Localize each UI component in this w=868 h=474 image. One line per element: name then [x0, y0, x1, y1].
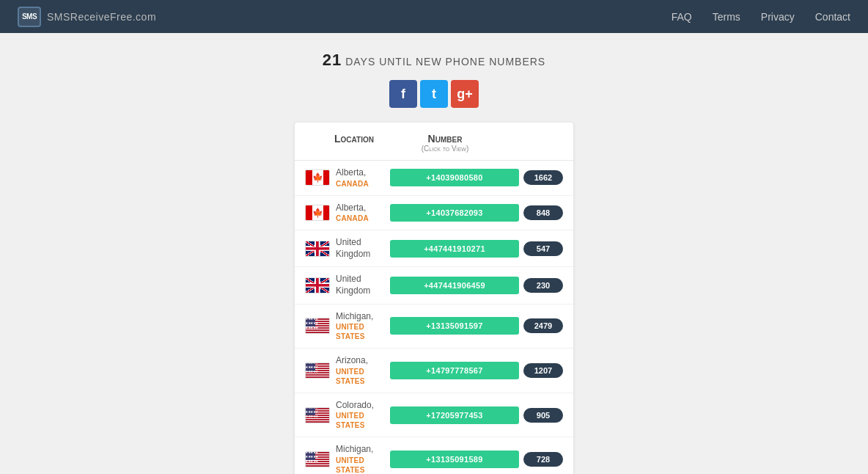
country-label: UNITED STATES: [336, 411, 386, 430]
table-row: ★★★★★★★★★★★★★★★★★★ Arizona, UNITED STATE…: [295, 349, 573, 393]
table-header: Location Number (Click to View): [295, 123, 573, 161]
message-count-badge: 1207: [523, 363, 563, 378]
logo-text: SMSReceiveFree.com: [47, 9, 156, 24]
google-button[interactable]: g+: [451, 80, 479, 108]
nav-contact[interactable]: Contact: [815, 11, 850, 23]
country-label: CANADA: [336, 179, 369, 189]
flag-canada: 🍁: [305, 205, 330, 221]
site-header: SMS SMSReceiveFree.com FAQ Terms Privacy…: [0, 0, 868, 33]
table-row: ★★★★★★★★★★★★★★★★★★ Michigan, UNITED STAT…: [295, 437, 573, 474]
countdown-days: 21: [323, 51, 342, 69]
nav-terms[interactable]: Terms: [713, 11, 740, 23]
table-row: ★★★★★★★★★★★★★★★★★★ Michigan, UNITED STAT…: [295, 305, 573, 349]
table-row: 🍁 Alberta, CANADA +14039080580 1662: [295, 161, 573, 196]
location-name: Alberta, CANADA: [336, 203, 369, 224]
message-count-badge: 547: [523, 241, 563, 256]
phone-number-button[interactable]: +13135091589: [390, 451, 519, 468]
social-buttons: f t g+: [389, 80, 479, 108]
phone-number-button[interactable]: +14797778567: [390, 362, 519, 379]
country-label: CANADA: [336, 214, 369, 223]
phone-number-button[interactable]: +447441906459: [390, 277, 519, 294]
table-row: United Kingdom +447441910271 547: [295, 230, 573, 267]
location-name: Michigan, UNITED STATES: [336, 444, 386, 474]
countdown-label: DAYS UNTIL NEW PHONE NUMBERS: [345, 56, 545, 68]
country-label: UNITED STATES: [336, 322, 386, 341]
location-name: United Kingdom: [336, 274, 386, 296]
location-cell: United Kingdom: [305, 274, 386, 296]
location-cell: ★★★★★★★★★★★★★★★★★★ Michigan, UNITED STAT…: [305, 444, 386, 474]
phone-number-button[interactable]: +13135091597: [390, 317, 519, 335]
flag-us: ★★★★★★★★★★★★★★★★★★: [305, 451, 330, 467]
location-name: Arizona, UNITED STATES: [336, 355, 386, 386]
location-name: Alberta, CANADA: [336, 167, 369, 189]
message-count-badge: 230: [523, 278, 563, 293]
logo: SMS SMSReceiveFree.com: [18, 7, 156, 27]
numbers-table: Location Number (Click to View) 🍁 Albert…: [295, 123, 573, 474]
click-to-view-label: (Click to View): [394, 145, 496, 153]
country-label: UNITED STATES: [336, 367, 386, 386]
col-header-number: Number (Click to View): [394, 133, 496, 153]
table-row: 🍁 Alberta, CANADA +14037682093 848: [295, 196, 573, 231]
location-name: United Kingdom: [336, 237, 386, 260]
phone-number-button[interactable]: +17205977453: [390, 406, 519, 424]
flag-uk: [305, 241, 330, 257]
country-label: UNITED STATES: [336, 456, 386, 474]
location-cell: United Kingdom: [305, 237, 386, 260]
table-row: ★★★★★★★★★★★★★★★★★★ Colorado, UNITED STAT…: [295, 393, 573, 438]
flag-us: ★★★★★★★★★★★★★★★★★★: [305, 362, 330, 379]
main-content: 21 DAYS UNTIL NEW PHONE NUMBERS f t g+ L…: [0, 33, 868, 474]
countdown-bar: 21 DAYS UNTIL NEW PHONE NUMBERS: [323, 51, 545, 70]
logo-icon: SMS: [18, 7, 41, 27]
main-nav: FAQ Terms Privacy Contact: [672, 11, 850, 23]
message-count-badge: 848: [523, 205, 563, 220]
col-header-location: Location: [308, 133, 389, 153]
message-count-badge: 2479: [523, 318, 563, 333]
message-count-badge: 1662: [523, 170, 563, 185]
location-cell: ★★★★★★★★★★★★★★★★★★ Colorado, UNITED STAT…: [305, 400, 386, 431]
table-rows: 🍁 Alberta, CANADA +14039080580 1662 🍁 Al…: [295, 161, 573, 474]
location-cell: ★★★★★★★★★★★★★★★★★★ Michigan, UNITED STAT…: [305, 311, 386, 342]
location-cell: ★★★★★★★★★★★★★★★★★★ Arizona, UNITED STATE…: [305, 355, 386, 386]
nav-privacy[interactable]: Privacy: [761, 11, 795, 23]
message-count-badge: 905: [523, 408, 563, 423]
message-count-badge: 728: [523, 452, 563, 467]
location-name: Colorado, UNITED STATES: [336, 400, 386, 431]
phone-number-button[interactable]: +14037682093: [390, 204, 519, 222]
table-row: United Kingdom +447441906459 230: [295, 267, 573, 304]
phone-number-button[interactable]: +14039080580: [390, 169, 519, 186]
facebook-button[interactable]: f: [389, 80, 417, 108]
location-cell: 🍁 Alberta, CANADA: [305, 203, 386, 224]
phone-number-button[interactable]: +447441910271: [390, 240, 519, 258]
flag-us: ★★★★★★★★★★★★★★★★★★: [305, 407, 330, 423]
nav-faq[interactable]: FAQ: [672, 11, 692, 23]
location-name: Michigan, UNITED STATES: [336, 311, 386, 342]
twitter-button[interactable]: t: [420, 80, 448, 108]
flag-canada: 🍁: [305, 169, 330, 186]
flag-us: ★★★★★★★★★★★★★★★★★★: [305, 318, 330, 334]
location-cell: 🍁 Alberta, CANADA: [305, 167, 386, 189]
flag-uk: [305, 277, 330, 293]
